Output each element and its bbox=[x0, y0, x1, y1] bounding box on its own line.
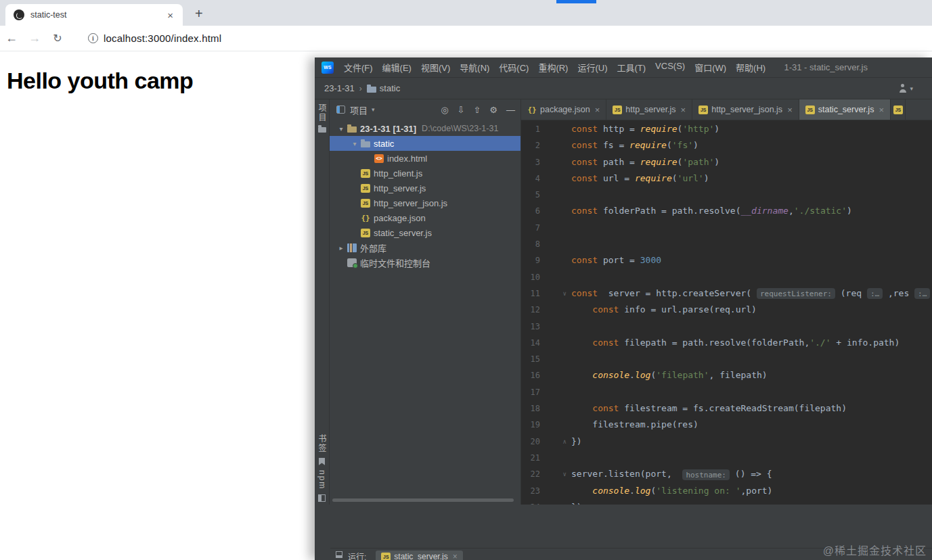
user-account-icon[interactable] bbox=[898, 84, 907, 93]
editor-tab[interactable]: {}package.json× bbox=[521, 99, 606, 120]
chevron-down-icon[interactable]: ▾ bbox=[910, 85, 913, 92]
menu-item[interactable]: 代码(C) bbox=[494, 61, 533, 74]
toolwindow-toggle-icon[interactable] bbox=[318, 494, 326, 502]
menu-item[interactable]: VCS(S) bbox=[650, 61, 690, 74]
breadcrumb-current[interactable]: static bbox=[380, 83, 400, 93]
menu-item[interactable]: 窗口(W) bbox=[690, 61, 731, 74]
run-tab[interactable]: JS static_server.js × bbox=[376, 551, 462, 560]
code-line: 5 bbox=[521, 187, 932, 203]
menu-item[interactable]: 重构(R) bbox=[533, 61, 573, 74]
code-line: 19 filestream.pipe(res) bbox=[521, 417, 932, 433]
hide-panel-icon[interactable]: — bbox=[506, 105, 515, 115]
breadcrumb-root[interactable]: 23-1-31 bbox=[324, 83, 355, 93]
library-file-icon bbox=[347, 243, 357, 252]
tree-item-label: static bbox=[374, 139, 394, 149]
run-toolwindow-label[interactable]: 运行: bbox=[348, 551, 366, 560]
tree-item[interactable]: JShttp_server.js bbox=[330, 181, 520, 195]
tool-strip-npm-button[interactable]: npm bbox=[317, 470, 327, 490]
fold-marker-icon[interactable]: ∧ bbox=[540, 499, 571, 505]
tree-item-label: 临时文件和控制台 bbox=[360, 256, 430, 269]
line-number: 11 bbox=[521, 285, 540, 302]
run-tab-close-button[interactable]: × bbox=[453, 552, 458, 560]
code-line: 1const http = require('http') bbox=[521, 121, 932, 137]
project-view-icon bbox=[336, 106, 345, 114]
tree-item[interactable]: JShttp_client.js bbox=[330, 166, 520, 181]
tree-item[interactable]: ▾23-1-31 [1-31]D:\code\WS\23-1-31 bbox=[330, 121, 520, 136]
tree-chevron-icon[interactable]: ▾ bbox=[349, 140, 361, 147]
menu-item[interactable]: 文件(F) bbox=[339, 61, 378, 74]
fold-marker-icon bbox=[540, 335, 571, 351]
editor-tab[interactable]: JSstatic_server.js× bbox=[799, 99, 891, 120]
tree-chevron-icon[interactable]: ▾ bbox=[335, 125, 347, 133]
fold-marker-icon[interactable]: ∨ bbox=[540, 285, 571, 302]
menu-item[interactable]: 视图(V) bbox=[416, 61, 455, 74]
window-title: 1-31 - static_server.js bbox=[784, 62, 932, 72]
project-tree: ▾23-1-31 [1-31]D:\code\WS\23-1-31▾static… bbox=[330, 120, 520, 270]
locate-icon[interactable]: ◎ bbox=[441, 105, 448, 115]
bookmark-icon[interactable] bbox=[319, 458, 325, 465]
fold-marker-icon bbox=[540, 121, 571, 137]
tool-strip-bookmarks-button[interactable]: 书签 bbox=[316, 434, 328, 453]
back-button[interactable]: ← bbox=[0, 31, 23, 45]
fold-marker-icon bbox=[540, 483, 571, 499]
fold-marker-icon[interactable]: ∨ bbox=[540, 466, 571, 482]
tree-item[interactable]: JSstatic_server.js bbox=[330, 225, 520, 240]
tree-item[interactable]: 临时文件和控制台 bbox=[330, 255, 520, 270]
menu-item[interactable]: 编辑(E) bbox=[378, 61, 416, 74]
line-number: 7 bbox=[521, 220, 540, 236]
horizontal-scrollbar[interactable] bbox=[332, 498, 514, 502]
browser-tab[interactable]: static-test × bbox=[5, 4, 183, 26]
menu-item[interactable]: 帮助(H) bbox=[731, 61, 770, 74]
tree-item[interactable]: ▾static bbox=[330, 136, 520, 151]
editor-tab[interactable]: JShttp_server.js× bbox=[606, 99, 692, 120]
js-file-icon: JS bbox=[361, 199, 370, 208]
tab-close-button[interactable]: × bbox=[164, 9, 176, 21]
reload-button[interactable]: ↻ bbox=[46, 32, 69, 45]
settings-gear-icon[interactable]: ⚙ bbox=[489, 105, 497, 115]
tab-close-button[interactable]: × bbox=[681, 105, 686, 115]
watermark: @稀土掘金技术社区 bbox=[823, 542, 927, 558]
chevron-down-icon[interactable]: ▾ bbox=[372, 106, 375, 113]
new-tab-button[interactable]: + bbox=[190, 5, 208, 22]
tab-close-button[interactable]: × bbox=[879, 105, 884, 115]
code-line: 22∨server.listen(port, hostname: () => { bbox=[521, 466, 932, 482]
tree-chevron-icon[interactable]: ▸ bbox=[335, 244, 347, 252]
line-number: 19 bbox=[521, 417, 540, 433]
expand-all-icon[interactable]: ⇩ bbox=[458, 105, 465, 115]
fold-marker-icon[interactable]: ∧ bbox=[540, 434, 571, 450]
menu-item[interactable]: 工具(T) bbox=[612, 61, 650, 74]
tool-strip-project-button[interactable]: 项目 bbox=[316, 103, 328, 122]
js-file-icon: JS bbox=[698, 106, 708, 114]
forward-button[interactable]: → bbox=[23, 31, 46, 45]
editor-tab[interactable]: JS bbox=[891, 99, 906, 120]
site-favicon-icon bbox=[14, 9, 24, 20]
editor-tab[interactable]: JShttp_server_json.js× bbox=[692, 99, 799, 120]
fold-marker-icon bbox=[540, 203, 571, 219]
menu-item[interactable]: 运行(U) bbox=[573, 61, 612, 74]
fold-marker-icon bbox=[540, 154, 571, 170]
blue-strip-artifact bbox=[556, 0, 596, 3]
project-toolwindow-icon[interactable] bbox=[318, 127, 326, 133]
menu-item[interactable]: 导航(N) bbox=[455, 61, 494, 74]
tree-item[interactable]: {}package.json bbox=[330, 210, 520, 225]
tool-window-strip: 项目 书签 npm bbox=[315, 99, 330, 505]
address-bar[interactable]: localhost:3000/index.html bbox=[104, 32, 221, 44]
project-header-actions: ◎⇩⇧⚙— bbox=[441, 105, 515, 115]
run-toolwindow-icon[interactable] bbox=[336, 551, 342, 558]
tab-close-button[interactable]: × bbox=[787, 105, 793, 115]
tree-item[interactable]: <>index.html bbox=[330, 151, 520, 166]
line-number: 23 bbox=[521, 483, 540, 499]
tree-item[interactable]: ▸外部库 bbox=[330, 240, 520, 255]
code-editor[interactable]: 1const http = require('http')2const fs =… bbox=[521, 120, 932, 505]
line-number: 9 bbox=[521, 252, 540, 269]
collapse-all-icon[interactable]: ⇧ bbox=[473, 105, 481, 115]
browser-tab-bar: static-test × + bbox=[0, 0, 932, 26]
tab-close-button[interactable]: × bbox=[595, 105, 600, 115]
js-file-icon: JS bbox=[361, 229, 370, 237]
page-info-icon[interactable]: i bbox=[88, 33, 98, 43]
folder-icon bbox=[367, 87, 376, 93]
project-view-title[interactable]: 项目 bbox=[350, 103, 368, 116]
tree-item[interactable]: JShttp_server_json.js bbox=[330, 195, 520, 210]
js-file-icon: JS bbox=[361, 169, 370, 178]
code-line: 20∧}) bbox=[521, 434, 932, 450]
